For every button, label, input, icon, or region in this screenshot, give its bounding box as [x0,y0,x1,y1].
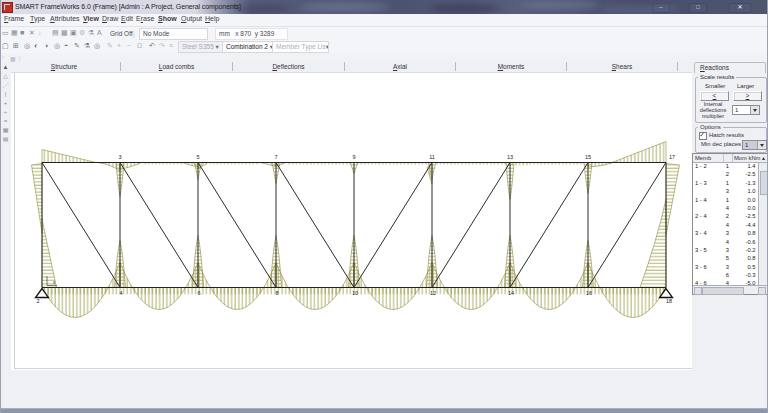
svg-text:18: 18 [666,298,672,304]
svg-text:11: 11 [429,154,435,160]
svg-text:13: 13 [507,154,513,160]
svg-text:10: 10 [352,290,358,296]
svg-text:7: 7 [274,154,277,160]
svg-text:9: 9 [352,154,355,160]
svg-text:2: 2 [36,298,39,304]
svg-text:17: 17 [669,154,675,160]
svg-text:3: 3 [118,154,121,160]
svg-text:14: 14 [508,290,514,296]
svg-text:8: 8 [275,290,278,296]
svg-text:12: 12 [430,290,436,296]
svg-text:16: 16 [586,290,592,296]
svg-text:15: 15 [585,154,591,160]
svg-text:4: 4 [119,290,122,296]
svg-text:6: 6 [197,290,200,296]
svg-text:5: 5 [196,154,199,160]
